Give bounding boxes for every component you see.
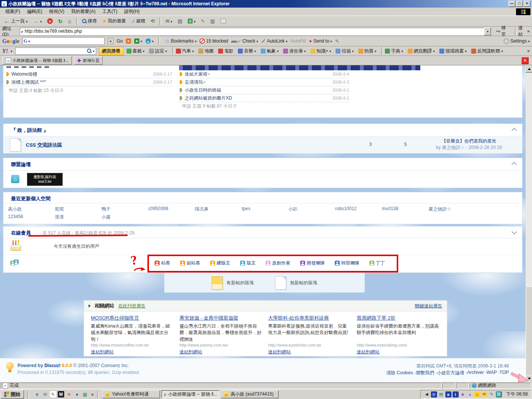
yahoo-toolbar-button[interactable]: 地圖 [198,48,214,54]
refresh-button[interactable] [56,17,65,25]
close-button[interactable]: ✕ [524,1,530,7]
yahoo-toolbar-button[interactable]: 音樂 [238,48,256,54]
scroll-up-button[interactable] [526,65,532,73]
ad-title-link[interactable]: MOSOR馬仕得咖啡豆 [91,315,174,321]
address-input[interactable]: e http://bbs.tw789.net/bbs.php [20,28,484,35]
discuz-link[interactable]: Discuz! [44,363,61,368]
favorites-button[interactable]: 我的最愛 [100,17,128,25]
alliance-banner[interactable]: 魔獸私服列表 war3.tw [27,173,63,186]
start-button[interactable]: 開始 [1,390,24,399]
footer-link[interactable]: 小政官方論壇 [437,370,467,376]
ad-title-link[interactable]: 喬安旅遊 - 金典中國新遊蹤 [179,315,263,321]
menu-item[interactable]: 編輯(E) [24,8,45,16]
tray-icon[interactable]: ☺ [474,391,480,397]
user-space-link[interactable]: 123456 [8,214,55,220]
user-space-link[interactable]: 小露 [101,214,148,220]
quick-launch-icon[interactable]: ✳ [66,391,72,397]
tray-icon[interactable]: ◎ [431,391,437,397]
google-sendto-button[interactable]: Send to [309,38,332,44]
forward-button[interactable] [31,17,44,26]
thread-link[interactable]: 送給大家搭~ [185,71,322,78]
messenger-button[interactable]: S [185,17,198,25]
tray-icon[interactable]: ✉ [481,391,488,397]
quick-launch-icon[interactable]: e [34,391,40,397]
keyword-ads-link[interactable]: 關鍵連結廣告 [415,303,442,309]
user-space-link[interactable]: 喵北鼻 [195,206,242,212]
ad-title-link[interactable]: 大學眼科-給你專業眼科診療 [268,315,352,321]
google-g-caret-icon[interactable] [28,38,30,44]
ad-visit-link[interactable]: 連結到網站 [357,349,380,355]
scrollbar-thumb[interactable] [526,287,532,375]
user-space-link[interactable]: 鴨子 [101,206,148,212]
yahoo-logo[interactable]: Y! [2,48,8,54]
yahoo-logo-caret-icon[interactable] [11,48,13,54]
menu-item[interactable]: 說明(H) [121,8,143,16]
user-space-link[interactable]: mu0138 [382,206,429,212]
footer-link[interactable]: Archiver [467,370,486,376]
tray-icon[interactable]: a [445,391,451,397]
discuss-button[interactable] [218,17,228,25]
task-button-yahoo-messenger[interactable]: Yahoo!奇摩即時通 [102,390,160,398]
mail-caret-icon[interactable] [171,19,173,24]
footer-link[interactable]: TOP [500,370,509,376]
fullpage-button[interactable] [208,17,217,25]
task-button-chat[interactable]: 高小政 (asd7374415) [221,390,279,398]
menu-item[interactable]: 工具(T) [99,8,120,16]
publish-ad-link[interactable]: 在此刊登廣告 [118,303,146,309]
tray-icon[interactable]: ✎ [489,391,495,397]
quicklaunch-chevron-icon[interactable] [91,392,94,397]
yahoo-websearch-button[interactable]: 網頁搜尋 [99,47,124,55]
forward-caret-icon[interactable] [40,19,42,24]
user-space-link[interactable]: 夏之物語☆ [429,206,475,212]
footer-link[interactable]: WAP [487,370,500,376]
google-pagerank-button[interactable]: ★ [134,38,142,44]
yahoo-search-caret-icon[interactable] [93,48,95,54]
taskbar-clock[interactable]: 下午 06:58 [506,391,528,397]
user-space-link[interactable]: c0950399 [148,206,195,212]
vertical-scrollbar[interactable] [526,65,532,382]
ad-title-link[interactable]: 股票網路下單 2折 [357,315,440,321]
collapse-chevron-icon[interactable] [511,162,517,167]
search-button[interactable]: 搜尋 [80,17,99,25]
menu-item[interactable]: 檢視(V) [46,8,67,16]
yahoo-toolbar-button[interactable]: 氣象 [261,48,279,54]
thread-link[interactable]: 小政生日時的祝福 [185,87,322,93]
google-popup-blocked[interactable]: 15 blocked [200,38,228,44]
yahoo-toolbar-button[interactable]: 迷你筆 [283,48,306,54]
media-button[interactable]: 媒體 [129,17,148,25]
back-caret-icon[interactable] [26,19,28,24]
yahoo-toolbar-button[interactable]: 拍賣 [358,48,377,54]
yahoo-toolbar-button[interactable]: 字典 [381,47,403,55]
google-spellcheck-button[interactable]: ABCCheck [231,38,258,44]
thread-link[interactable]: 去清境玩~ [185,79,322,86]
ad-visit-link[interactable]: 連結到網站 [268,349,291,355]
thread-link[interactable]: Welome游標 [11,71,145,78]
tray-icon[interactable]: ◕ [467,391,473,397]
yahoo-search-input[interactable] [15,48,96,55]
yahoo-toolbar-button[interactable]: 知識+ [310,48,331,54]
yahoo-toolbar-button[interactable]: 電影 [218,48,233,54]
maximize-button[interactable]: □ [516,1,523,7]
google-settings-button[interactable]: Settings [504,38,530,44]
task-button-forum[interactable]: e 小政娛樂論壇 -- 寵物 ‖... [162,390,219,398]
quick-launch-icon[interactable]: ✎ [50,391,56,397]
google-go-button[interactable]: Go [117,38,123,44]
google-search-input[interactable]: G [22,37,104,45]
user-space-link[interactable]: tpes [242,206,288,212]
footer-link[interactable]: 聯繫我們 [416,370,437,376]
tray-icon[interactable]: i [453,391,459,397]
yahoo-toolbar-button[interactable]: 阻擋跳窗 [439,48,467,54]
tab-active[interactable]: cy 小政娛樂論壇 -- 寵物 ‖遊戲 ‖... [2,56,72,65]
yahoo-toolbar-button[interactable]: 設定 [149,48,167,54]
footer-link[interactable]: 清除 Cookies [386,370,416,376]
yahoo-toolbar-button[interactable]: 汽車 [172,47,194,55]
address-dropdown-button[interactable] [484,27,491,35]
edit-button[interactable] [198,17,207,25]
google-search-dropdown[interactable] [108,38,114,44]
home-button[interactable] [66,17,74,25]
yahoo-toolbar-button[interactable]: 信箱 [336,48,354,54]
history-button[interactable] [148,17,157,25]
user-space-link[interactable]: robs10012 [335,206,382,212]
stop-button[interactable] [45,17,55,25]
yahoo-toolbar-button[interactable]: 網頁翻譯 [408,48,435,54]
